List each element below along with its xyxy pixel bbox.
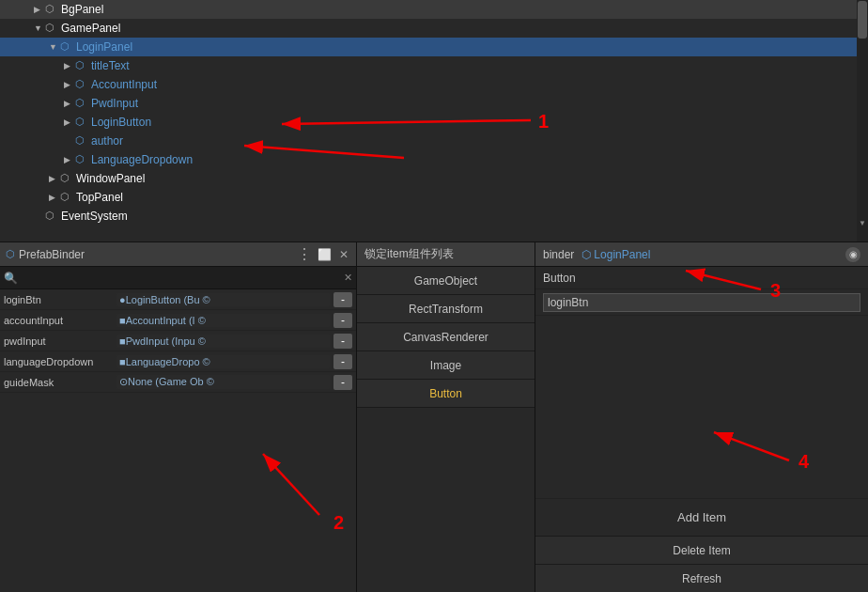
detail-actions: Add Item Delete Item Refresh xyxy=(535,498,868,592)
hierarchy-label-bgpanel: BgPanel xyxy=(61,3,103,16)
cube-icon-author: ⬡ xyxy=(75,134,88,148)
cube-icon-languagedropdown: ⬡ xyxy=(75,153,88,166)
binder-label: binder xyxy=(543,248,574,261)
bind-row-loginBtn: loginBtn●LoginButton (Bu ©- xyxy=(0,289,356,310)
comp-header-label: 锁定item组件列表 xyxy=(364,246,454,262)
hierarchy-item-windowpanel[interactable]: ⬡WindowPanel xyxy=(0,169,868,188)
delete-item-label: Delete Item xyxy=(673,544,730,557)
bind-value-loginBtn[interactable]: ●LoginButton (Bu © xyxy=(116,293,331,306)
hierarchy-label-accountinput: AccountInput xyxy=(91,78,157,91)
detail-panel: binder ⬡ LoginPanel ◉ Button Add Item De… xyxy=(535,242,868,592)
bind-minus-loginBtn[interactable]: - xyxy=(333,292,352,307)
bind-value-pwdInput[interactable]: ■PwdInput (Inpu © xyxy=(116,335,331,348)
hierarchy-label-titletext: titleText xyxy=(91,59,130,72)
search-bar: 🔍 ✕ xyxy=(0,267,356,289)
bind-key-guideMask: guideMask xyxy=(4,377,116,388)
bind-minus-pwdInput[interactable]: - xyxy=(333,334,352,349)
detail-circle-btn[interactable]: ◉ xyxy=(845,247,860,262)
hierarchy-label-windowpanel: WindowPanel xyxy=(76,172,145,185)
cube-icon-titletext: ⬡ xyxy=(75,59,88,72)
hierarchy-item-eventsystem[interactable]: ⬡EventSystem xyxy=(0,207,868,226)
hierarchy-label-author: author xyxy=(91,134,123,148)
cube-icon-bgpanel: ⬡ xyxy=(45,3,58,16)
prefab-panel: ⬡ PrefabBinder ⋮ ⬜ ✕ 🔍 ✕ loginBtn●LoginB… xyxy=(0,242,357,592)
bind-key-accountInput: accountInput xyxy=(4,315,116,326)
bind-value-guideMask[interactable]: ⊙None (Game Ob © xyxy=(116,375,331,389)
hierarchy-label-gamepanel: GamePanel xyxy=(61,22,120,35)
comp-item-canvasrenderer[interactable]: CanvasRenderer xyxy=(357,323,535,351)
detail-type-label: Button xyxy=(543,272,576,285)
bind-minus-languageDropdown[interactable]: - xyxy=(333,354,352,369)
loginpanel-label: LoginPanel xyxy=(594,248,650,261)
detail-header: binder ⬡ LoginPanel ◉ xyxy=(535,242,868,267)
panel-close-btn[interactable]: ✕ xyxy=(337,248,350,261)
hierarchy-panel: ⬡BgPanel⬡GamePanel⬡LoginPanel⬡titleText⬡… xyxy=(0,0,868,242)
bind-key-pwdInput: pwdInput xyxy=(4,335,116,347)
bind-row-guideMask: guideMask⊙None (Game Ob ©- xyxy=(0,372,356,393)
cube-icon-loginpanel: ⬡ xyxy=(60,40,73,54)
component-panel-header: 锁定item组件列表 xyxy=(357,242,535,267)
bind-value-languageDropdown[interactable]: ■LanguageDropo © xyxy=(116,355,331,368)
bind-row-pwdInput: pwdInput■PwdInput (Inpu ©- xyxy=(0,331,356,351)
hierarchy-item-titletext[interactable]: ⬡titleText xyxy=(0,56,868,75)
bind-table: loginBtn●LoginButton (Bu ©-accountInput■… xyxy=(0,289,356,592)
search-input[interactable] xyxy=(22,272,344,285)
detail-name-input[interactable] xyxy=(543,293,860,312)
detail-type-row: Button xyxy=(535,267,868,289)
comp-item-gameobject[interactable]: GameObject xyxy=(357,267,535,295)
bind-value-accountInput[interactable]: ■AccountInput (I © xyxy=(116,314,331,327)
hierarchy-item-gamepanel[interactable]: ⬡GamePanel xyxy=(0,19,868,38)
cube-icon-pwdinput: ⬡ xyxy=(75,97,88,110)
cube-icon-gamepanel: ⬡ xyxy=(45,22,58,35)
refresh-btn[interactable]: Refresh xyxy=(535,564,868,592)
hierarchy-item-bgpanel[interactable]: ⬡BgPanel xyxy=(0,0,868,19)
bind-key-loginBtn: loginBtn xyxy=(4,294,116,305)
hierarchy-label-loginbutton: LoginButton xyxy=(91,116,151,129)
hierarchy-label-toppanel: TopPanel xyxy=(76,191,123,204)
bind-row-languageDropdown: languageDropdown■LanguageDropo ©- xyxy=(0,351,356,372)
search-clear-btn[interactable]: ✕ xyxy=(344,272,352,284)
search-icon: 🔍 xyxy=(4,272,18,285)
bind-row-accountInput: accountInput■AccountInput (I ©- xyxy=(0,310,356,331)
hierarchy-item-toppanel[interactable]: ⬡TopPanel xyxy=(0,188,868,207)
cube-icon-eventsystem: ⬡ xyxy=(45,210,58,223)
cube-icon-loginbutton: ⬡ xyxy=(75,116,88,129)
cube-icon-windowpanel: ⬡ xyxy=(60,172,73,185)
hierarchy-item-accountinput[interactable]: ⬡AccountInput xyxy=(0,75,868,94)
cube-icon-toppanel: ⬡ xyxy=(60,191,73,204)
panel-maximize-btn[interactable]: ⬜ xyxy=(316,248,333,261)
prefab-panel-header: ⬡ PrefabBinder ⋮ ⬜ ✕ xyxy=(0,242,356,267)
add-item-label: Add Item xyxy=(677,510,726,524)
hierarchy-label-eventsystem: EventSystem xyxy=(61,210,128,223)
cube-icon-accountinput: ⬡ xyxy=(75,78,88,91)
prefab-panel-title: PrefabBinder xyxy=(19,248,85,261)
detail-spacer xyxy=(535,316,868,498)
detail-input-row xyxy=(535,289,868,316)
bind-key-languageDropdown: languageDropdown xyxy=(4,356,116,367)
hierarchy-item-pwdinput[interactable]: ⬡PwdInput xyxy=(0,94,868,113)
refresh-label: Refresh xyxy=(682,572,721,585)
bind-minus-guideMask[interactable]: - xyxy=(333,375,352,390)
hierarchy-item-loginpanel[interactable]: ⬡LoginPanel xyxy=(0,38,868,56)
panel-menu-dots[interactable]: ⋮ xyxy=(297,245,312,263)
add-item-btn[interactable]: Add Item xyxy=(535,498,868,536)
hierarchy-item-author[interactable]: ⬡author xyxy=(0,132,868,150)
hierarchy-label-languagedropdown: LanguageDropdown xyxy=(91,153,193,166)
component-panel: 锁定item组件列表 GameObjectRectTransformCanvas… xyxy=(357,242,535,592)
hierarchy-label-loginpanel: LoginPanel xyxy=(76,40,132,54)
bottom-area: ⬡ PrefabBinder ⋮ ⬜ ✕ 🔍 ✕ loginBtn●LoginB… xyxy=(0,242,868,592)
hierarchy-item-loginbutton[interactable]: ⬡LoginButton xyxy=(0,113,868,132)
delete-item-btn[interactable]: Delete Item xyxy=(535,536,868,564)
comp-item-image[interactable]: Image xyxy=(357,351,535,380)
comp-list: GameObjectRectTransformCanvasRendererIma… xyxy=(357,267,535,592)
bind-minus-accountInput[interactable]: - xyxy=(333,313,352,328)
loginpanel-ref: ⬡ LoginPanel xyxy=(581,248,650,261)
comp-item-button[interactable]: Button xyxy=(357,380,535,408)
comp-item-recttransform[interactable]: RectTransform xyxy=(357,295,535,323)
hierarchy-item-languagedropdown[interactable]: ⬡LanguageDropdown xyxy=(0,150,868,169)
loginpanel-icon: ⬡ xyxy=(581,248,591,261)
prefab-icon: ⬡ xyxy=(6,248,15,260)
hierarchy-label-pwdinput: PwdInput xyxy=(91,97,138,110)
